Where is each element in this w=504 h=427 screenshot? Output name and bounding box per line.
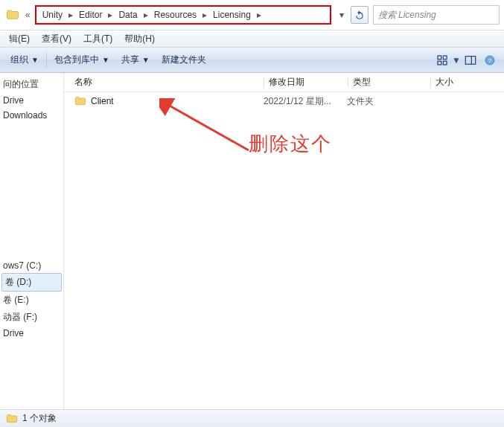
breadcrumb-item-resources[interactable]: Resources — [151, 8, 200, 22]
svg-rect-0 — [438, 56, 441, 60]
breadcrumb-arrow-icon[interactable]: ▸ — [66, 8, 76, 22]
caret-down-icon: ▼ — [102, 56, 109, 64]
location-folder-icon — [4, 7, 21, 23]
sidebar-item[interactable]: Drive — [0, 93, 63, 108]
refresh-button[interactable] — [351, 6, 369, 24]
breadcrumb: Unity▸ Editor▸ Data▸ Resources▸ Licensin… — [35, 5, 331, 25]
sidebar-item-drive-c[interactable]: ows7 (C:) — [0, 258, 63, 273]
breadcrumb-item-editor[interactable]: Editor — [76, 8, 105, 22]
column-header-size[interactable]: 大小 — [431, 73, 476, 92]
sidebar-item-drive-d[interactable]: 卷 (D:) — [1, 273, 62, 292]
explorer-body: 问的位置 Drive Downloads ows7 (C:) 卷 (D:) 卷 … — [0, 73, 504, 409]
column-header-date[interactable]: 修改日期 — [264, 73, 348, 92]
sidebar-item[interactable]: Drive — [0, 326, 63, 341]
breadcrumb-arrow-icon[interactable]: ▸ — [254, 8, 264, 22]
menu-edit[interactable]: 辑(E) — [3, 31, 36, 47]
navigation-pane: 问的位置 Drive Downloads ows7 (C:) 卷 (D:) 卷 … — [0, 73, 64, 409]
caret-down-icon: ▼ — [142, 56, 150, 64]
svg-text:?: ? — [488, 57, 492, 64]
svg-rect-2 — [438, 61, 441, 65]
view-caret-icon[interactable]: ▼ — [452, 51, 461, 69]
file-list-pane: 名称 修改日期 类型 大小 Client 2022/1/12 星期... 文件夹… — [64, 73, 504, 409]
search-placeholder: 搜索 Licensing — [378, 9, 436, 22]
breadcrumb-item-data[interactable]: Data — [115, 8, 140, 22]
svg-rect-3 — [443, 61, 447, 65]
status-text: 1 个对象 — [22, 412, 57, 425]
new-folder-button[interactable]: 新建文件夹 — [156, 51, 212, 69]
sidebar-item[interactable]: 问的位置 — [0, 76, 63, 93]
file-row-client[interactable]: Client 2022/1/12 星期... 文件夹 — [64, 92, 504, 110]
toolbar: 组织 ▼ 包含到库中 ▼ 共享 ▼ 新建文件夹 ▼ ? — [0, 48, 504, 73]
include-in-library-button[interactable]: 包含到库中 ▼ — [48, 51, 115, 69]
breadcrumb-arrow-icon[interactable]: ▸ — [105, 8, 115, 22]
breadcrumb-overflow-icon[interactable]: « — [24, 10, 32, 20]
toolbar-separator — [46, 53, 47, 68]
status-bar: 1 个对象 — [0, 409, 504, 427]
breadcrumb-arrow-icon[interactable]: ▸ — [141, 8, 151, 22]
breadcrumb-arrow-icon[interactable]: ▸ — [200, 8, 210, 22]
folder-icon — [6, 413, 18, 425]
caret-down-icon: ▼ — [31, 56, 39, 64]
annotation-text: 删除这个 — [249, 131, 332, 157]
file-date: 2022/1/12 星期... — [264, 95, 347, 108]
organize-button[interactable]: 组织 ▼ — [4, 51, 45, 69]
file-name: Client — [91, 96, 114, 106]
folder-icon — [74, 95, 86, 107]
sidebar-item-drive-e[interactable]: 卷 (E:) — [0, 292, 63, 309]
address-dropdown-icon[interactable]: ▾ — [336, 6, 348, 24]
svg-line-8 — [167, 104, 249, 150]
sidebar-item[interactable]: Downloads — [0, 108, 63, 123]
menu-help[interactable]: 帮助(H) — [118, 31, 161, 47]
menu-bar: 辑(E) 查看(V) 工具(T) 帮助(H) — [0, 30, 504, 48]
column-headers: 名称 修改日期 类型 大小 — [64, 73, 504, 92]
sidebar-item-drive-f[interactable]: 动器 (F:) — [0, 309, 63, 326]
column-header-name[interactable]: 名称 — [74, 73, 264, 92]
svg-rect-1 — [443, 56, 447, 60]
column-header-type[interactable]: 类型 — [348, 73, 430, 92]
help-button[interactable]: ? — [480, 51, 500, 69]
breadcrumb-item-licensing[interactable]: Licensing — [210, 8, 254, 22]
file-type: 文件夹 — [347, 95, 429, 108]
menu-view[interactable]: 查看(V) — [36, 31, 77, 47]
svg-rect-4 — [465, 56, 475, 64]
change-view-button[interactable] — [433, 51, 452, 69]
breadcrumb-item-unity[interactable]: Unity — [39, 8, 66, 22]
search-input[interactable]: 搜索 Licensing — [373, 5, 500, 25]
share-button[interactable]: 共享 ▼ — [115, 51, 156, 69]
address-bar: « Unity▸ Editor▸ Data▸ Resources▸ Licens… — [0, 0, 504, 30]
preview-pane-button[interactable] — [461, 51, 480, 69]
menu-tools[interactable]: 工具(T) — [77, 31, 118, 47]
